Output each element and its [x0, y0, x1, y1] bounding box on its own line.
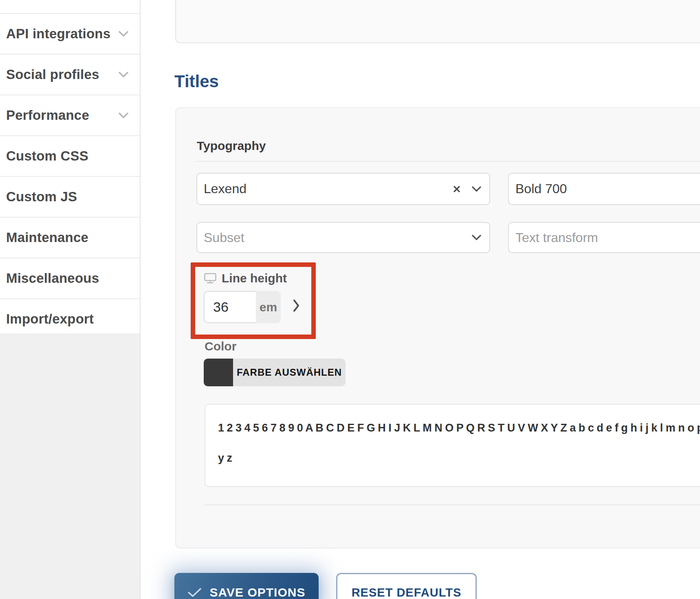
sidebar-item-social-profiles[interactable]: Social profiles [0, 55, 140, 95]
save-options-label: SAVE OPTIONS [210, 586, 306, 599]
sidebar-item-label: Import/export [6, 311, 94, 327]
font-preview-line2: y z [218, 452, 233, 465]
chevron-down-icon [119, 31, 128, 37]
reset-defaults-button[interactable]: RESET DEFAULTS [336, 573, 477, 599]
clear-icon[interactable] [453, 185, 460, 193]
color-picker-button[interactable]: FARBE AUSWÄHLEN [204, 359, 346, 386]
sidebar-item-label: Social profiles [6, 67, 99, 82]
font-weight-select[interactable]: Bold 700 [508, 173, 700, 205]
sidebar-item-performance[interactable]: Performance [0, 95, 140, 136]
chevron-down-icon[interactable] [472, 235, 481, 240]
sidebar-item-custom-css[interactable]: Custom CSS [0, 136, 140, 177]
line-height-label-row: Line height [204, 271, 287, 285]
text-transform-select[interactable]: Text transform [508, 222, 700, 253]
subset-select[interactable]: Subset [196, 222, 490, 253]
sidebar-item-miscellaneous[interactable]: Miscellaneous [0, 258, 140, 299]
color-swatch[interactable] [204, 359, 233, 386]
color-picker-label: FARBE AUSWÄHLEN [233, 359, 346, 386]
chevron-down-icon [119, 112, 128, 119]
chevron-down-icon [119, 72, 128, 78]
previous-section-panel [175, 0, 700, 43]
desktop-icon [204, 273, 216, 284]
sidebar-menu: API integrationsSocial profilesPerforman… [0, 13, 140, 340]
chevron-right-icon[interactable] [293, 299, 299, 312]
typography-section-label: Typography [197, 139, 266, 153]
line-height-label: Line height [222, 271, 287, 285]
save-options-button[interactable]: SAVE OPTIONS [174, 573, 319, 599]
sidebar-footer-area [0, 333, 140, 599]
sidebar-item-label: Miscellaneous [6, 271, 99, 286]
line-height-control: em [204, 291, 281, 323]
font-family-value: Lexend [197, 181, 247, 196]
sidebar-item-label: Custom JS [6, 189, 77, 205]
text-transform-placeholder: Text transform [509, 230, 598, 245]
reset-defaults-label: RESET DEFAULTS [352, 586, 462, 599]
section-heading: Titles [174, 72, 219, 91]
sidebar-item-custom-js[interactable]: Custom JS [0, 177, 140, 218]
sidebar-item-maintenance[interactable]: Maintenance [0, 218, 140, 258]
sidebar-item-api-integrations[interactable]: API integrations [0, 13, 140, 55]
subset-placeholder: Subset [197, 230, 244, 245]
checkmark-icon [188, 588, 202, 597]
sidebar-item-label: Performance [6, 108, 89, 123]
settings-sidebar: API integrationsSocial profilesPerforman… [0, 0, 141, 599]
font-preview-line1: 1 2 3 4 5 6 7 8 9 0 A B C D E F G H I J … [218, 422, 700, 434]
sidebar-item-label: API integrations [6, 26, 110, 42]
line-height-input[interactable] [204, 291, 256, 323]
chevron-down-icon[interactable] [472, 186, 481, 192]
font-weight-value: Bold 700 [509, 181, 567, 196]
font-preview-box: 1 2 3 4 5 6 7 8 9 0 A B C D E F G H I J … [205, 404, 700, 487]
typography-divider [196, 161, 700, 162]
theme-options-page: API integrationsSocial profilesPerforman… [0, 0, 700, 599]
sidebar-item-label: Maintenance [6, 230, 88, 245]
sidebar-item-label: Custom CSS [6, 148, 88, 164]
panel-bottom-divider [204, 504, 700, 505]
color-section-label: Color [205, 339, 236, 353]
line-height-unit: em [256, 291, 281, 323]
font-family-select[interactable]: Lexend [196, 173, 490, 205]
